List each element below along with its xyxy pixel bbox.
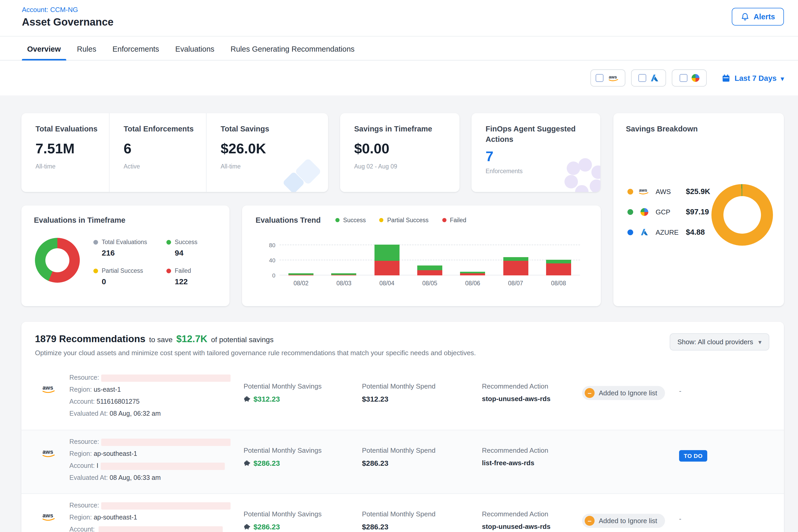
- legend-dot: [93, 268, 98, 273]
- legend-dot: [166, 268, 171, 273]
- tab-enforcements[interactable]: Enforcements: [111, 45, 160, 60]
- breakdown-item-aws: aws AWS $25.9K: [627, 187, 710, 195]
- monthly-spend-column: Potential Monthly Spend $312.23: [362, 366, 482, 430]
- tab-evaluations[interactable]: Evaluations: [174, 45, 215, 60]
- region-label: Region:: [69, 386, 92, 393]
- tab-overview[interactable]: Overview: [26, 45, 62, 60]
- svg-text:aws: aws: [609, 74, 617, 79]
- savings-donut-chart: [711, 184, 773, 246]
- aws-logo: aws: [41, 512, 57, 522]
- cloud-provider-filter-dropdown[interactable]: Show: All cloud providers: [669, 333, 769, 350]
- recommendation-row[interactable]: aws Resource: Region: ap-southeast-1 Acc…: [21, 430, 784, 493]
- ignore-list-pill[interactable]: Added to Ignore list: [582, 386, 665, 400]
- redacted-resource: [101, 502, 230, 509]
- recommendation-row[interactable]: aws Resource: Region: ap-southeast-1 Acc…: [21, 493, 784, 532]
- stat-total-enforcements: Total Enforcements 6 Active: [109, 113, 206, 192]
- aws-checkbox[interactable]: [596, 74, 604, 82]
- region-label: Region:: [69, 450, 92, 457]
- spend-value: $286.23: [362, 459, 482, 467]
- dashboard-content: Total Evaluations 7.51M All-time Total E…: [0, 95, 798, 532]
- bar-group: [451, 272, 494, 276]
- provider-filter-gcp[interactable]: [672, 69, 707, 87]
- ignore-list-pill[interactable]: Added to Ignore list: [582, 514, 665, 528]
- azure-checkbox[interactable]: [639, 74, 646, 82]
- date-range-picker[interactable]: Last 7 Days: [722, 74, 784, 82]
- bar-segment-failed: [417, 270, 442, 276]
- trend-xlabels: 08/0208/0308/0408/0508/0608/0708/08: [280, 280, 580, 286]
- evaluated-value: 08 Aug, 06:33 am: [110, 474, 160, 481]
- stat-title: Total Evaluations: [36, 124, 109, 134]
- tab-bar: Overview Rules Enforcements Evaluations …: [0, 37, 798, 60]
- bar-segment-success: [417, 265, 442, 270]
- x-tick-label: 08/02: [280, 280, 323, 286]
- bar-group: [365, 244, 408, 276]
- action-value: stop-unused-aws-rds: [482, 395, 582, 403]
- evaluated-label: Evaluated At:: [69, 474, 108, 481]
- redacted-resource: [101, 374, 230, 382]
- svg-text:aws: aws: [42, 512, 53, 519]
- gcp-icon: [641, 208, 648, 216]
- svg-text:aws: aws: [639, 188, 647, 193]
- legend-dot: [93, 240, 98, 244]
- account-link[interactable]: Account: CCM-NG: [22, 6, 113, 14]
- recommendations-title: 1879 Recommendations to save $12.7K of p…: [35, 333, 769, 345]
- x-tick-label: 08/07: [494, 280, 537, 286]
- resource-details: Resource: Region: us-east-1 Account: 511…: [69, 366, 244, 430]
- region-label: Region:: [69, 514, 92, 521]
- recommended-action-column: Recommended Action stop-unused-aws-rds: [482, 366, 582, 430]
- resource-label: Resource:: [69, 502, 99, 509]
- tab-rules[interactable]: Rules: [76, 45, 97, 60]
- aws-icon: aws: [638, 187, 651, 195]
- provider-filter-aws[interactable]: aws: [591, 69, 626, 87]
- gcp-checkbox[interactable]: [680, 74, 687, 82]
- bar-segment-failed: [331, 275, 357, 276]
- piggy-bank-icon: [244, 396, 250, 402]
- account-label: Account:: [69, 526, 95, 532]
- svg-text:aws: aws: [42, 449, 53, 455]
- empty-value-dash: -: [679, 515, 681, 522]
- piggy-bank-icon: [244, 524, 250, 530]
- provider-filter-azure[interactable]: [631, 69, 666, 87]
- account-value: I: [96, 462, 98, 470]
- legend-dot: [379, 218, 384, 222]
- evaluations-trend-card: Evaluations Trend Success Partial Succes…: [242, 206, 601, 306]
- recommendation-row[interactable]: aws Resource: Region: us-east-1 Account:…: [21, 366, 784, 430]
- tab-rules-generating-recommendations[interactable]: Rules Generating Recommendations: [229, 45, 356, 60]
- stat-value: 6: [124, 141, 206, 157]
- trend-plot: 04080: [280, 244, 580, 276]
- savings-in-timeframe-card: Savings in Timeframe $0.00 Aug 02 - Aug …: [340, 113, 459, 192]
- stat-total-savings: Total Savings $26.0K All-time: [206, 113, 328, 192]
- bar-group: [408, 265, 451, 276]
- piggy-bank-icon: [244, 460, 250, 466]
- chevron-down-icon: [758, 338, 761, 346]
- todo-badge: TO DO: [679, 450, 707, 461]
- trailing-column: -: [679, 366, 681, 430]
- x-tick-label: 08/05: [408, 280, 451, 286]
- monthly-spend-column: Potential Monthly Spend $286.23: [362, 494, 482, 532]
- bar-segment-failed: [374, 261, 399, 276]
- x-tick-label: 08/08: [537, 280, 580, 286]
- recommendations-list: aws Resource: Region: us-east-1 Account:…: [21, 366, 784, 532]
- bar-group: [280, 273, 323, 276]
- alerts-label: Alerts: [754, 13, 775, 21]
- stat-title: Total Savings: [221, 124, 328, 134]
- breakdown-item-gcp: GCP $97.19: [627, 208, 710, 216]
- stat-finops-agent: FinOps Agent Suggested Actions 7 Enforce…: [472, 113, 600, 174]
- evaluations-in-timeframe-card: Evaluations in Timeframe Total Evaluatio…: [21, 206, 229, 306]
- stat-subtitle: All-time: [36, 163, 109, 170]
- stat-title: Savings in Timeframe: [354, 124, 459, 134]
- trend-legend: Success Partial Success Failed: [335, 217, 466, 223]
- breakdown-item-azure: AZURE $4.88: [627, 228, 710, 236]
- stat-subtitle: All-time: [221, 163, 328, 170]
- alerts-button[interactable]: Alerts: [732, 8, 784, 25]
- bar-segment-success: [546, 260, 571, 263]
- evaluations-legend: Total Evaluations 216 Success 94 Partial…: [93, 239, 218, 286]
- region-value: us-east-1: [94, 386, 121, 393]
- y-tick-label: 40: [260, 257, 276, 263]
- card-title: Evaluations Trend: [255, 216, 321, 224]
- stat-value: 7.51M: [36, 141, 109, 157]
- header-left: Account: CCM-NG Asset Governance: [22, 6, 113, 28]
- legend-item-total: Total Evaluations 216: [93, 239, 166, 257]
- card-title: Savings Breakdown: [613, 113, 784, 133]
- stat-value: 7: [486, 149, 600, 165]
